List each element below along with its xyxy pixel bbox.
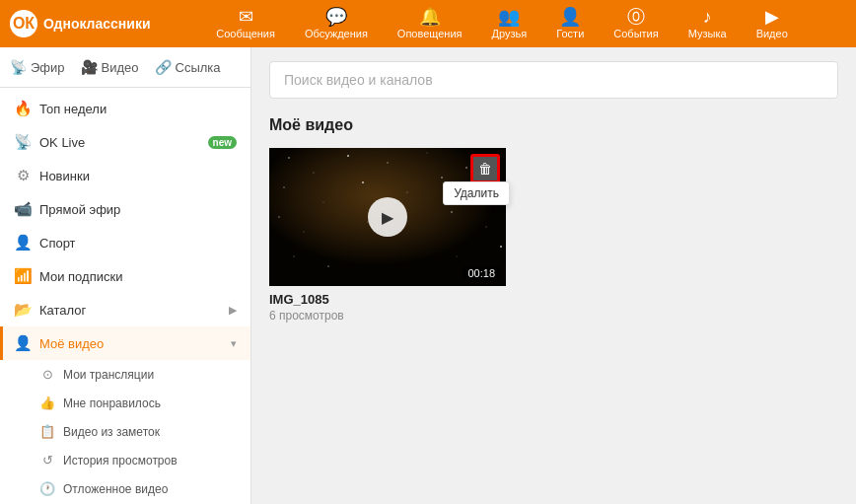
video-views: 6 просмотров	[269, 309, 506, 323]
svg-point-16	[304, 232, 305, 233]
sub-items: ⊙ Мои трансляции 👍 Мне понравилось 📋 Вид…	[0, 360, 250, 503]
logo[interactable]: ОК Одноклассники	[10, 10, 158, 37]
my-video-icon: 👤	[14, 334, 32, 352]
svg-point-21	[457, 256, 458, 257]
video-thumbnail: ▶ 00:18 🗑 Удалить	[269, 148, 506, 286]
nav-item-видео[interactable]: ▶Видео	[756, 8, 788, 39]
delete-tooltip: Удалить	[443, 181, 510, 205]
svg-point-6	[427, 153, 428, 154]
nav-item-сообщения[interactable]: ✉Сообщения	[216, 8, 275, 39]
svg-point-22	[293, 255, 294, 256]
fire-icon: 🔥	[14, 100, 32, 117]
sub-item-notes-video[interactable]: 📋 Видео из заметок	[0, 417, 250, 446]
content-area: Поиск видео и каналов Моё видео	[251, 47, 856, 504]
nav-icon: 👤	[559, 8, 581, 26]
svg-point-7	[465, 167, 467, 169]
search-bar[interactable]: Поиск видео и каналов	[269, 61, 838, 99]
broadcast-icon: 📹	[14, 200, 32, 218]
tab-link[interactable]: 🔗 Ссылка	[155, 59, 221, 75]
tab-efir-label: Эфир	[31, 60, 65, 75]
nav-item-друзья[interactable]: 👥Друзья	[492, 8, 528, 39]
svg-point-19	[485, 226, 486, 227]
tab-efir[interactable]: 📡 Эфир	[10, 59, 65, 75]
sidebar-item-catalog-label: Каталог	[39, 303, 86, 318]
sidebar-item-live-broadcast-label: Прямой эфир	[39, 202, 120, 217]
logo-text: Одноклассники	[43, 16, 151, 32]
nav-icon: ▶	[765, 8, 779, 26]
duration-badge: 00:18	[463, 266, 500, 280]
subscriptions-icon: 📶	[14, 267, 32, 285]
sport-icon: 👤	[14, 234, 32, 252]
svg-point-12	[406, 191, 407, 192]
svg-point-15	[278, 216, 279, 217]
nav-item-события[interactable]: ⓪События	[613, 8, 658, 39]
nav-item-музыка[interactable]: ♪Музыка	[688, 8, 727, 39]
sidebar-item-subscriptions[interactable]: 📶 Мои подписки	[0, 259, 250, 293]
video-card[interactable]: ▶ 00:18 🗑 Удалить IMG_1085 6 просмотров	[269, 148, 506, 323]
sidebar-item-top-week-label: Топ недели	[39, 102, 107, 116]
search-placeholder: Поиск видео и каналов	[284, 72, 433, 88]
sidebar-item-my-video[interactable]: 👤 Моё видео ▾	[0, 326, 250, 360]
sub-item-notes-video-label: Видео из заметок	[63, 425, 160, 439]
header: ОК Одноклассники ✉Сообщения💬Обсуждения🔔О…	[0, 0, 856, 47]
link-icon: 🔗	[155, 59, 172, 75]
nav-icon: 💬	[325, 8, 347, 26]
my-video-chevron-icon: ▾	[231, 337, 237, 350]
sidebar-item-sport-label: Спорт	[39, 236, 76, 251]
sub-item-history[interactable]: ↺ История просмотров	[0, 446, 250, 474]
video-title: IMG_1085	[269, 292, 506, 307]
svg-point-4	[347, 155, 349, 157]
sub-item-history-label: История просмотров	[63, 454, 178, 468]
sidebar: 📡 Эфир 🎥 Видео 🔗 Ссылка 🔥 Топ недели 📡 O…	[0, 47, 251, 504]
delete-button[interactable]: 🗑	[470, 154, 500, 183]
sidebar-item-ok-live[interactable]: 📡 OK Live new	[0, 125, 250, 159]
nav-icon: ♪	[703, 8, 712, 26]
broadcasts-icon: ⊙	[39, 367, 55, 382]
efir-icon: 📡	[10, 59, 27, 75]
sidebar-item-new-label: Новинки	[39, 169, 90, 183]
section-title: Моё видео	[269, 116, 838, 134]
svg-point-3	[313, 172, 314, 173]
play-button[interactable]: ▶	[368, 197, 407, 237]
nav-icon: ✉	[239, 8, 253, 26]
nav-bar: ✉Сообщения💬Обсуждения🔔Оповещения👥Друзья👤…	[158, 8, 846, 39]
sidebar-item-new[interactable]: ⚙ Новинки	[0, 159, 250, 192]
sidebar-nav: 🔥 Топ недели 📡 OK Live new ⚙ Новинки 📹 П…	[0, 88, 250, 504]
new-icon: ⚙	[14, 167, 32, 184]
logo-icon: ОК	[10, 10, 37, 37]
svg-point-20	[500, 246, 502, 248]
sidebar-item-sport[interactable]: 👤 Спорт	[0, 226, 250, 259]
sub-item-deferred-label: Отложенное видео	[63, 482, 168, 496]
video-grid: ▶ 00:18 🗑 Удалить IMG_1085 6 просмотров	[269, 148, 838, 323]
liked-icon: 👍	[39, 396, 55, 410]
svg-point-13	[441, 177, 443, 179]
nav-icon: ⓪	[627, 8, 645, 26]
sub-item-liked[interactable]: 👍 Мне понравилось	[0, 389, 250, 417]
nav-icon: 🔔	[419, 8, 441, 26]
notes-icon: 📋	[39, 424, 55, 439]
sidebar-item-top-week[interactable]: 🔥 Топ недели	[0, 92, 250, 125]
svg-point-10	[323, 202, 324, 203]
sub-item-deferred[interactable]: 🕐 Отложенное видео	[0, 474, 250, 503]
catalog-chevron-icon: ▶	[229, 304, 237, 317]
sidebar-item-catalog[interactable]: 📂 Каталог ▶	[0, 293, 250, 326]
sub-item-liked-label: Мне понравилось	[63, 396, 161, 410]
nav-item-гости[interactable]: 👤Гости	[556, 8, 584, 39]
nav-item-обсуждения[interactable]: 💬Обсуждения	[305, 8, 368, 39]
sub-item-my-broadcasts[interactable]: ⊙ Мои трансляции	[0, 360, 250, 389]
new-badge: new	[208, 136, 237, 149]
tab-link-label: Ссылка	[176, 60, 221, 75]
tab-video[interactable]: 🎥 Видео	[81, 59, 139, 75]
nav-item-оповещения[interactable]: 🔔Оповещения	[397, 8, 463, 39]
history-icon: ↺	[39, 453, 55, 468]
nav-icon: 👥	[498, 8, 520, 26]
svg-point-9	[283, 186, 284, 187]
sidebar-item-live-broadcast[interactable]: 📹 Прямой эфир	[0, 192, 250, 226]
svg-point-18	[451, 211, 453, 213]
main-layout: 📡 Эфир 🎥 Видео 🔗 Ссылка 🔥 Топ недели 📡 O…	[0, 47, 856, 504]
deferred-icon: 🕐	[39, 481, 55, 496]
sidebar-item-ok-live-label: OK Live	[39, 135, 85, 150]
sidebar-item-subscriptions-label: Мои подписки	[39, 269, 122, 284]
catalog-icon: 📂	[14, 301, 32, 319]
svg-point-5	[387, 162, 388, 163]
